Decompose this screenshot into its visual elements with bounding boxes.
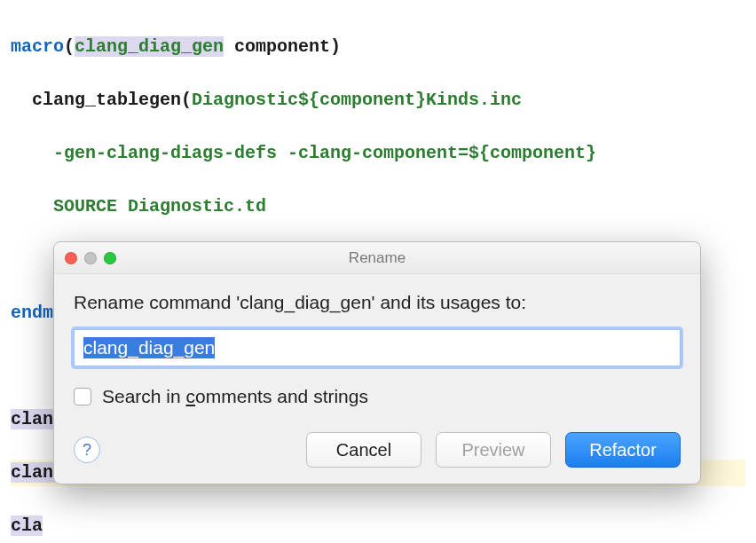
rename-input[interactable] — [74, 329, 681, 366]
keyword-macro: macro — [11, 36, 64, 57]
search-comments-label[interactable]: Search in comments and strings — [102, 386, 368, 407]
dialog-title: Rename — [54, 249, 700, 267]
help-button[interactable]: ? — [74, 437, 100, 463]
preview-button[interactable]: Preview — [436, 432, 551, 468]
dialog-titlebar: Rename — [54, 242, 700, 274]
refactor-button[interactable]: Refactor — [565, 432, 681, 468]
rename-prompt: Rename command 'clang_diag_gen' and its … — [74, 292, 681, 313]
cancel-button[interactable]: Cancel — [306, 432, 421, 468]
rename-dialog: Rename Rename command 'clang_diag_gen' a… — [53, 241, 701, 484]
macro-name: clang_diag_gen — [75, 36, 224, 57]
search-comments-checkbox[interactable] — [74, 388, 91, 405]
